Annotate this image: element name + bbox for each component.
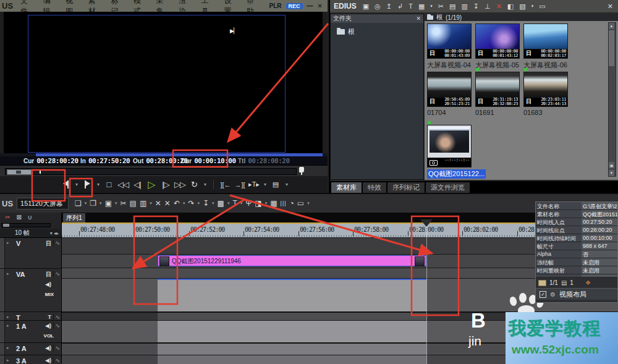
dropdown-caret-icon[interactable]: ▾ xyxy=(99,201,102,206)
redo-icon[interactable]: ↷ xyxy=(188,199,194,208)
speaker-icon[interactable]: ◀) xyxy=(45,281,51,287)
rec-mode-badge[interactable]: REC xyxy=(286,3,303,9)
film-icon[interactable]: 日 xyxy=(46,240,51,248)
folder-panel-close-icon[interactable]: ✕ xyxy=(416,15,421,22)
track-header-T[interactable]: ▸TT∿ xyxy=(0,312,61,321)
scroll-page-icon[interactable]: ▣ xyxy=(609,162,614,168)
loop-playback-button[interactable]: ↻ xyxy=(188,179,200,191)
video-layout-checkbox[interactable]: ✓ xyxy=(540,291,546,298)
mini-slider-track[interactable] xyxy=(1,223,51,227)
track-patch-strip[interactable] xyxy=(0,343,5,355)
expander-icon[interactable]: ▸ xyxy=(7,345,9,350)
bin-tab-素材库[interactable]: 素材库 xyxy=(331,182,362,193)
set-out-dropdown[interactable]: ▾ xyxy=(95,179,101,191)
add-title-icon[interactable]: T xyxy=(232,199,237,208)
rubber-band-icon[interactable]: ∿ xyxy=(53,271,60,277)
rubber-band-icon[interactable]: ∿ xyxy=(53,345,60,351)
expander-icon[interactable]: ▸ xyxy=(7,271,9,276)
dropdown-caret-icon[interactable]: ▾ xyxy=(198,201,200,206)
video-layout-row[interactable]: ✓ ⚙ 视频布局 xyxy=(536,288,617,300)
minimize-button[interactable]: — xyxy=(307,2,313,9)
render-icon[interactable]: ◨ xyxy=(255,199,261,208)
shuttle-handle[interactable] xyxy=(7,169,32,175)
rubber-band-icon[interactable]: ∿ xyxy=(53,357,60,363)
ripple-delete-icon[interactable]: ✕ xyxy=(164,199,171,208)
paste-icon[interactable]: ▥ xyxy=(461,2,467,11)
cut-icon[interactable]: ✂ xyxy=(438,2,444,11)
search-icon[interactable]: ◎ xyxy=(375,2,381,11)
rubber-band-icon[interactable]: ∿ xyxy=(53,240,60,246)
track-header-1A[interactable]: ▸1 A◀)VOL∿ xyxy=(0,321,61,343)
track-mix-badge[interactable]: MIX xyxy=(45,292,54,297)
dropdown-caret-icon[interactable]: ▾ xyxy=(265,201,268,206)
scroll-up-icon[interactable]: ▲ xyxy=(609,23,614,29)
goto-out-button[interactable]: →][ xyxy=(234,179,246,191)
shuttle-track[interactable] xyxy=(5,168,297,175)
scroll-down-icon[interactable]: ▼ xyxy=(609,170,614,176)
dropdown-caret-icon[interactable]: ▾ xyxy=(430,4,433,9)
bin-tab-序列标记[interactable]: 序列标记 xyxy=(387,182,425,193)
dropdown-caret-icon[interactable]: ▾ xyxy=(307,201,310,206)
move-down-icon[interactable]: ↧ xyxy=(473,2,479,11)
bin-clip-QQ截图2015122...[interactable]: --:--:--:--QQ截图2015122... xyxy=(427,121,472,181)
mini-slider-handle[interactable] xyxy=(3,224,9,227)
sequence-tab[interactable]: 序列1 xyxy=(63,213,85,222)
panel-layout-icon[interactable]: ▭ xyxy=(297,199,304,208)
effects-icon[interactable]: ❖ xyxy=(585,279,591,286)
cut-icon[interactable]: ✂ xyxy=(120,199,126,208)
add-transition-icon[interactable]: ▩ xyxy=(218,199,224,208)
rubber-band-icon[interactable]: ∿ xyxy=(53,314,60,320)
bin-close-icon[interactable]: ✕ xyxy=(607,2,613,11)
play-around-cursor-button[interactable]: ▸T▸ xyxy=(248,179,260,191)
dropdown-caret-icon[interactable]: ▾ xyxy=(531,4,534,9)
import-icon[interactable]: ↲ xyxy=(397,2,403,11)
paste-icon[interactable]: ▥ xyxy=(140,199,146,208)
track-header-3A[interactable]: ▸3 A◀)∿ xyxy=(0,355,61,364)
dropdown-caret-icon[interactable]: ▾ xyxy=(183,201,185,206)
next-frame-button[interactable]: |▷ xyxy=(159,179,172,191)
view-mode-icon[interactable]: ▧ xyxy=(519,2,525,11)
expander-icon[interactable]: ▸ xyxy=(7,323,9,328)
sync-lock-icon[interactable]: ⊠ xyxy=(16,214,21,221)
folder-tree-root-item[interactable]: 根 xyxy=(337,27,423,36)
copy-icon[interactable]: ▤ xyxy=(130,199,137,208)
track-header-VA[interactable]: ▸VA日◀)MIX∿ xyxy=(0,269,61,312)
goto-in-button[interactable]: ][← xyxy=(219,179,232,191)
loop-dropdown[interactable]: ▾ xyxy=(202,179,208,191)
stop-button[interactable]: □ xyxy=(103,179,115,191)
track-vol-badge[interactable]: VOL xyxy=(44,333,54,339)
zoom-carets-icon[interactable]: ▾ ◂▸ xyxy=(50,231,59,236)
properties-icon[interactable]: ◧ xyxy=(507,2,514,11)
sequence-settings-icon[interactable]: ▦ xyxy=(270,199,277,208)
track-header-2A[interactable]: ▸2 A◀)∿ xyxy=(0,343,61,355)
delete-icon[interactable]: ✕ xyxy=(155,199,161,208)
dropdown-caret-icon[interactable]: ▾ xyxy=(227,201,230,206)
set-out-point-button[interactable] xyxy=(81,179,93,191)
speaker-icon[interactable]: ◀) xyxy=(45,323,51,329)
title-icon[interactable]: T xyxy=(48,314,52,320)
dropdown-caret-icon[interactable]: ▾ xyxy=(212,201,214,206)
open-project-icon[interactable]: ❐ xyxy=(90,199,96,208)
dropdown-caret-icon[interactable]: ▾ xyxy=(115,201,117,206)
up-one-level-icon[interactable]: ↥ xyxy=(386,2,392,11)
previous-frame-button[interactable]: ◁| xyxy=(131,179,143,191)
merge-icon[interactable]: ⊥ xyxy=(485,2,491,11)
track-patch-strip[interactable] xyxy=(0,355,5,364)
voiceover-icon[interactable]: Ψ xyxy=(245,199,252,208)
dropdown-caret-icon[interactable]: ▾ xyxy=(150,201,152,206)
film-icon[interactable]: 日 xyxy=(46,271,51,279)
open-folder-icon[interactable]: ▣ xyxy=(363,2,369,11)
track-patch-strip[interactable] xyxy=(0,238,5,268)
save-project-icon[interactable]: ▣ xyxy=(105,199,112,208)
bin-clip-大屏幕视频-06[interactable]: 日00:00:00:0000:02:03:17大屏幕视频-06 xyxy=(523,20,568,70)
delete-icon[interactable]: ✕ xyxy=(496,2,502,11)
set-in-point-button[interactable] xyxy=(59,179,72,191)
fast-forward-button[interactable]: ▷▷ xyxy=(174,179,186,191)
dropdown-caret-icon[interactable]: ▾ xyxy=(240,201,243,206)
track-patch-strip[interactable] xyxy=(0,321,5,342)
add-title-icon[interactable]: T xyxy=(408,2,413,10)
export-button[interactable]: ▤ xyxy=(269,179,282,191)
dropdown-caret-icon[interactable]: ▾ xyxy=(85,201,87,206)
close-button[interactable]: ✕ xyxy=(318,2,323,9)
playhead-marker[interactable] xyxy=(420,219,433,227)
